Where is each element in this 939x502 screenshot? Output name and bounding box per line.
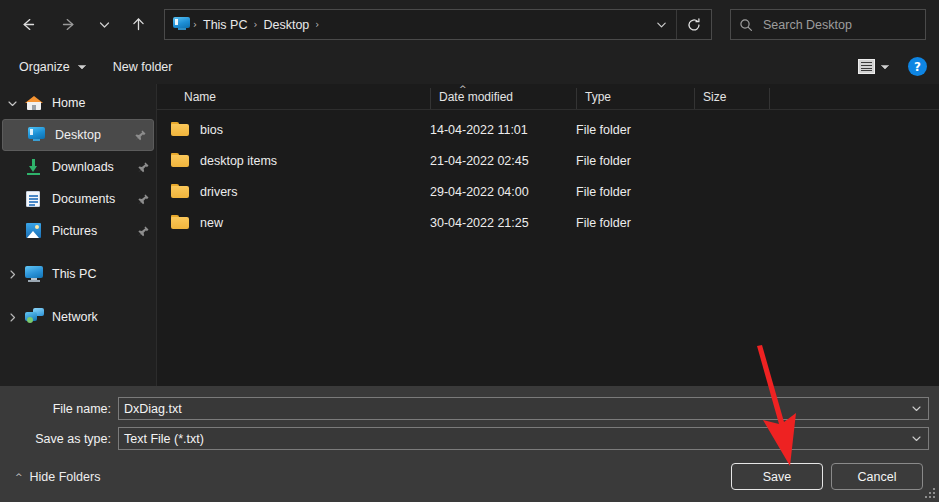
address-dropdown-button[interactable]	[646, 10, 676, 39]
column-header-label: Name	[184, 90, 216, 104]
pin-icon[interactable]	[136, 192, 150, 206]
arrow-up-icon	[130, 16, 147, 33]
save-as-type-row: Save as type: Text File (*.txt)	[0, 427, 939, 450]
refresh-button[interactable]	[676, 10, 711, 39]
sidebar-item-pictures[interactable]: Pictures	[0, 215, 156, 247]
file-date-cell: 29-04-2022 04:00	[430, 185, 576, 199]
sidebar-item-documents[interactable]: Documents	[0, 183, 156, 215]
breadcrumb-separator-trailing: ›	[314, 19, 320, 30]
file-name-value: DxDiag.txt	[119, 402, 904, 416]
navigation-pane: Home Desktop Downloads	[0, 84, 157, 386]
search-icon	[733, 18, 759, 32]
pin-icon[interactable]	[133, 128, 147, 142]
sidebar-item-label: Downloads	[52, 160, 136, 174]
file-name-input[interactable]: DxDiag.txt	[118, 397, 929, 420]
forward-button[interactable]	[53, 10, 83, 40]
chevron-down-icon[interactable]	[0, 98, 24, 109]
breadcrumb-item-desktop[interactable]: Desktop	[258, 18, 314, 32]
sidebar-item-downloads[interactable]: Downloads	[0, 151, 156, 183]
file-type-cell: File folder	[576, 216, 694, 230]
pin-icon[interactable]	[136, 224, 150, 238]
table-row[interactable]: desktop items 21-04-2022 02:45 File fold…	[157, 145, 939, 176]
resize-grip-icon[interactable]	[925, 488, 936, 499]
sidebar-item-label: Desktop	[55, 128, 133, 142]
dialog-button-row: ^ Hide Folders Save Cancel	[0, 463, 939, 490]
folder-icon	[171, 184, 189, 199]
downloads-icon	[24, 158, 44, 176]
breadcrumb: › This PC › Desktop ›	[192, 18, 646, 32]
pin-icon[interactable]	[136, 160, 150, 174]
cancel-button[interactable]: Cancel	[831, 463, 923, 490]
file-name-label: drivers	[200, 185, 238, 199]
chevron-down-icon	[97, 17, 112, 32]
caret-up-icon: ^	[15, 472, 23, 482]
breadcrumb-item-this-pc[interactable]: This PC	[198, 18, 252, 32]
home-icon	[24, 94, 44, 112]
table-row[interactable]: new 30-04-2022 21:25 File folder	[157, 207, 939, 238]
toolbar: Organize New folder ?	[0, 49, 939, 84]
column-header-label: Type	[585, 90, 611, 104]
save-button[interactable]: Save	[731, 463, 823, 490]
column-header-size[interactable]: Size	[694, 88, 769, 109]
up-one-level-button[interactable]	[123, 10, 153, 40]
file-date-cell: 30-04-2022 21:25	[430, 216, 576, 230]
save-as-type-label: Save as type:	[0, 432, 118, 446]
recent-locations-button[interactable]	[89, 10, 119, 40]
column-header-filler	[769, 88, 939, 109]
file-type-cell: File folder	[576, 185, 694, 199]
sidebar-item-network[interactable]: Network	[0, 301, 156, 333]
back-button[interactable]	[13, 10, 43, 40]
save-as-type-select[interactable]: Text File (*.txt)	[118, 427, 929, 450]
file-name-label: bios	[200, 123, 223, 137]
change-view-button[interactable]	[853, 56, 895, 77]
pictures-icon	[24, 222, 44, 240]
sidebar-item-label: Documents	[52, 192, 136, 206]
save-button-label: Save	[763, 470, 792, 484]
address-bar[interactable]: › This PC › Desktop ›	[164, 9, 712, 40]
refresh-icon	[686, 17, 702, 33]
column-header-type[interactable]: Type	[576, 88, 694, 109]
sidebar-item-desktop[interactable]: Desktop	[2, 119, 154, 151]
search-input[interactable]	[759, 18, 925, 32]
chevron-down-icon[interactable]	[904, 432, 928, 445]
save-as-dialog: › This PC › Desktop ›	[0, 0, 939, 502]
column-header-name[interactable]: Name	[157, 88, 430, 109]
chevron-right-icon[interactable]	[0, 269, 24, 280]
hide-folders-button[interactable]: ^ Hide Folders	[10, 467, 105, 487]
sidebar-group-gap	[0, 290, 156, 301]
dialog-content: Home Desktop Downloads	[0, 84, 939, 386]
search-box[interactable]	[730, 9, 926, 40]
file-name-cell: new	[157, 215, 430, 230]
file-name-label: desktop items	[200, 154, 277, 168]
chevron-down-icon[interactable]	[904, 402, 928, 415]
organize-button[interactable]: Organize	[12, 56, 94, 78]
chevron-down-icon	[654, 17, 669, 32]
file-date-cell: 14-04-2022 11:01	[430, 123, 576, 137]
file-type-cell: File folder	[576, 154, 694, 168]
folder-icon	[171, 153, 189, 168]
table-row[interactable]: drivers 29-04-2022 04:00 File folder	[157, 176, 939, 207]
column-header-date-modified[interactable]: Date modified	[430, 88, 576, 109]
help-icon[interactable]: ?	[908, 57, 927, 76]
cancel-button-label: Cancel	[858, 470, 897, 484]
network-icon	[24, 308, 44, 326]
hide-folders-label: Hide Folders	[30, 470, 101, 484]
file-name-cell: desktop items	[157, 153, 430, 168]
sidebar-item-label: This PC	[52, 267, 150, 281]
documents-icon	[24, 190, 44, 208]
new-folder-label: New folder	[113, 60, 173, 74]
sidebar-item-label: Home	[52, 96, 150, 110]
organize-label: Organize	[19, 60, 70, 74]
folder-icon	[171, 122, 189, 137]
sidebar-item-home[interactable]: Home	[0, 87, 156, 119]
file-type-cell: File folder	[576, 123, 694, 137]
sidebar-item-label: Pictures	[52, 224, 136, 238]
sidebar-item-this-pc[interactable]: This PC	[0, 258, 156, 290]
new-folder-button[interactable]: New folder	[106, 56, 180, 78]
chevron-down-icon	[880, 62, 890, 72]
file-name-cell: bios	[157, 122, 430, 137]
table-row[interactable]: bios 14-04-2022 11:01 File folder	[157, 114, 939, 145]
chevron-right-icon[interactable]	[0, 312, 24, 323]
navigation-bar: › This PC › Desktop ›	[0, 0, 939, 49]
sidebar-group-gap	[0, 247, 156, 258]
